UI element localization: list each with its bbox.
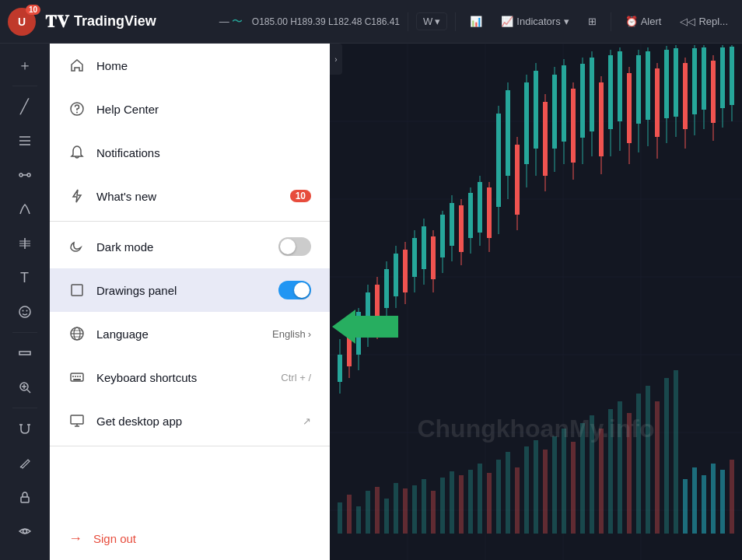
keyboard-shortcuts-label: Keyboard shortcuts	[96, 371, 270, 384]
svg-rect-179	[730, 47, 734, 105]
menu-item-dark-mode[interactable]: Dark mode	[50, 225, 330, 268]
notifications-label: Notifications	[96, 146, 311, 159]
indicators-button[interactable]: 📈 Indicators ▾	[495, 12, 575, 30]
replay-button[interactable]: ◁◁ Repl...	[674, 12, 734, 30]
svg-rect-85	[655, 401, 660, 534]
svg-rect-87	[674, 370, 678, 534]
help-icon	[68, 100, 86, 117]
toolbar-divider-2	[12, 332, 37, 333]
brush-tool-button[interactable]	[9, 194, 40, 225]
svg-rect-21	[21, 497, 29, 502]
drawings-panel-toggle[interactable]	[278, 281, 311, 299]
user-avatar[interactable]: U 10	[8, 8, 36, 36]
node-tool-button[interactable]	[9, 159, 40, 191]
logo-text: TradingView	[74, 13, 156, 30]
menu-item-drawings-panel[interactable]: Drawings panel	[50, 268, 330, 312]
menu-item-whats-new[interactable]: What's new 10	[50, 174, 330, 218]
top-toolbar: U 10 𝐓𝐕 TradingView — 〜 O185.00 H189.39 …	[0, 0, 742, 44]
replay-icon: ◁◁	[680, 16, 695, 27]
menu-item-notifications[interactable]: Notifications	[50, 131, 330, 174]
menu-item-keyboard-shortcuts[interactable]: Keyboard shortcuts Ctrl + /	[50, 355, 330, 399]
desktop-app-label: Get desktop app	[96, 415, 292, 428]
svg-rect-175	[711, 61, 716, 123]
language-value: English ›	[272, 328, 311, 340]
candle-style-button[interactable]: 📊	[464, 12, 488, 30]
svg-rect-123	[468, 193, 473, 238]
drawings-panel-icon	[68, 282, 86, 299]
menu-item-language[interactable]: Language English ›	[50, 312, 330, 355]
chevron-down-icon-indicators: ▾	[564, 16, 569, 27]
eye-tool-button[interactable]	[9, 516, 40, 547]
interval-selector[interactable]: W ▾	[416, 12, 447, 30]
arrow-body	[355, 316, 398, 338]
svg-rect-155	[618, 51, 622, 121]
svg-rect-117	[440, 215, 445, 257]
svg-rect-95	[338, 355, 342, 382]
svg-rect-52	[347, 495, 352, 534]
sign-out-button[interactable]: → Sign out	[50, 516, 330, 560]
svg-rect-58	[403, 488, 408, 534]
menu-divider-2	[50, 446, 330, 446]
svg-rect-61	[431, 491, 436, 534]
menu-item-help[interactable]: Help Center	[50, 87, 330, 131]
svg-rect-149	[590, 58, 594, 131]
chart-area: ChungkhoanMy.info	[330, 44, 742, 560]
dark-mode-toggle[interactable]	[278, 237, 311, 256]
green-arrow-indicator	[332, 310, 398, 344]
svg-rect-157	[627, 73, 632, 143]
svg-rect-111	[412, 238, 417, 277]
measure-tool-button[interactable]	[9, 338, 40, 369]
globe-icon	[68, 325, 86, 342]
zoom-tool-button[interactable]	[9, 372, 40, 403]
svg-rect-67	[487, 473, 492, 534]
svg-rect-145	[571, 89, 576, 163]
svg-rect-13	[19, 352, 30, 355]
svg-rect-83	[636, 394, 641, 534]
dark-mode-toggle-track[interactable]	[278, 237, 311, 256]
bolt-icon	[68, 187, 86, 205]
svg-rect-82	[627, 413, 632, 534]
menu-collapse-button[interactable]: ›	[330, 44, 342, 75]
alert-label: Alert	[641, 16, 662, 27]
emoji-tool-button[interactable]	[9, 296, 40, 327]
replay-label: Repl...	[698, 16, 728, 27]
svg-rect-169	[683, 63, 688, 129]
svg-rect-62	[440, 478, 445, 534]
svg-rect-137	[534, 71, 538, 149]
ohlc-low: L182.48	[328, 16, 362, 27]
pencil-tool-button[interactable]	[9, 447, 40, 478]
svg-rect-69	[506, 452, 510, 534]
whats-new-badge: 10	[290, 190, 311, 202]
svg-rect-55	[375, 487, 380, 534]
multi-line-tool-button[interactable]	[9, 125, 40, 156]
lock-tool-button[interactable]	[9, 481, 40, 513]
toolbar-separator-1	[408, 12, 408, 31]
drawings-panel-toggle-track[interactable]	[278, 281, 311, 299]
svg-rect-79	[599, 429, 604, 534]
dark-mode-toggle-thumb	[280, 239, 296, 254]
toolbar-separator-2	[455, 12, 456, 31]
svg-rect-51	[338, 502, 342, 534]
menu-item-desktop-app[interactable]: Get desktop app ↗	[50, 399, 330, 443]
ohlc-values: O185.00 H189.39 L182.48 C186.41	[252, 16, 400, 27]
moon-icon	[68, 238, 86, 255]
svg-rect-147	[580, 64, 585, 138]
add-tool-button[interactable]: ＋	[9, 50, 40, 81]
sign-out-label: Sign out	[93, 532, 136, 545]
alert-button[interactable]: ⏰ Alert	[619, 12, 668, 30]
magnet-tool-button[interactable]	[9, 413, 40, 444]
toolbar-divider-3	[12, 408, 37, 408]
line-tool-button[interactable]: ╱	[9, 91, 40, 122]
svg-rect-71	[524, 446, 529, 534]
help-label: Help Center	[96, 103, 311, 116]
layout-button[interactable]: ⊞	[582, 12, 603, 30]
svg-rect-173	[702, 47, 706, 110]
svg-rect-84	[646, 386, 650, 534]
fib-tool-button[interactable]	[9, 228, 40, 259]
menu-item-home[interactable]: Home	[50, 44, 330, 87]
svg-rect-165	[664, 50, 669, 118]
text-tool-button[interactable]: T	[9, 262, 40, 293]
svg-rect-77	[580, 423, 585, 534]
svg-rect-64	[459, 475, 464, 534]
svg-point-4	[27, 173, 30, 177]
